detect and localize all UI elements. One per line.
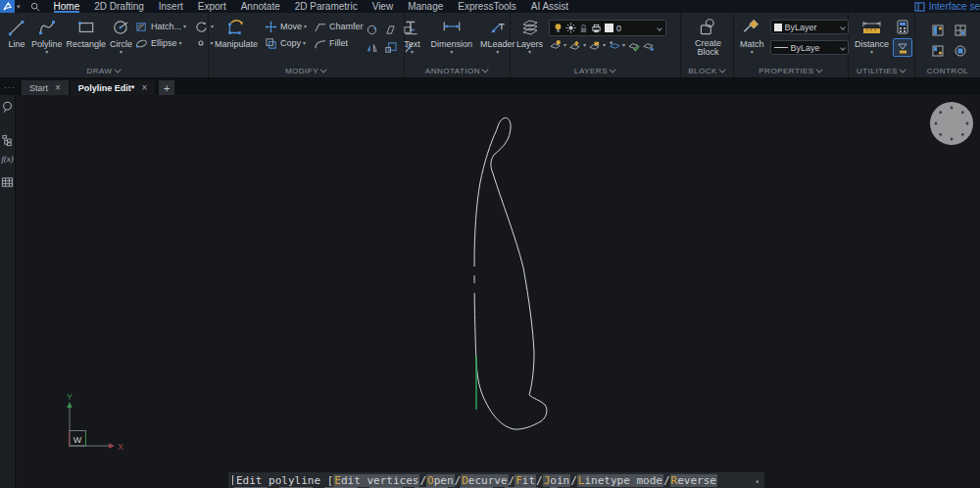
menu-2d-drafting[interactable]: 2D Drafting (94, 0, 144, 13)
assistant-icon[interactable] (1, 100, 14, 114)
search-icon[interactable] (24, 2, 46, 12)
drawing-canvas[interactable]: Y X W Edit polyline [Edit vertices/Open/… (16, 95, 980, 488)
tab-close-icon[interactable]: × (141, 82, 147, 93)
color-select[interactable]: ByLayer (770, 20, 849, 34)
modify-section-footer[interactable]: MODIFY (209, 65, 404, 77)
rectangle-button[interactable]: Rectangle (65, 16, 109, 50)
menu-manage[interactable]: Manage (408, 0, 443, 13)
mirror-icon[interactable] (364, 39, 380, 55)
document-tab-polyline-edit-[interactable]: Polyline Edit*× (71, 80, 155, 95)
command-option-linetype-mode[interactable]: Linetype mode (577, 474, 663, 487)
ellipse-icon[interactable] (134, 36, 149, 50)
circle-dropdown-icon[interactable]: ▾ (120, 50, 122, 55)
match-button[interactable]: Match ▾ (738, 16, 766, 56)
layers-section-footer[interactable]: LAYERS (511, 65, 680, 77)
viewport-config-icon[interactable] (951, 22, 970, 39)
layer-unlock-icon[interactable] (588, 39, 601, 52)
dimension-dropdown-icon[interactable]: ▾ (450, 50, 453, 55)
revision-cloud-icon[interactable] (194, 20, 209, 33)
hatch-dropdown-icon[interactable]: ▾ (183, 24, 186, 29)
ellipse-dropdown-icon[interactable]: ▾ (179, 41, 182, 46)
point-icon[interactable] (194, 36, 209, 50)
dimension-button[interactable]: Dimension ▾ (428, 16, 474, 56)
polyline-dropdown-icon[interactable]: ▾ (45, 50, 48, 55)
layers-dropdown-icon[interactable]: ▾ (528, 50, 531, 55)
interface-settings-button[interactable]: Interface se (914, 1, 980, 12)
bulb-icon[interactable] (554, 23, 563, 33)
panels-bottom-icon[interactable] (928, 42, 948, 60)
circle-button[interactable]: Circle ▾ (108, 16, 134, 56)
command-option-reverse[interactable]: Reverse (670, 474, 717, 487)
layer-new-dropdown-icon[interactable]: ▾ (564, 43, 566, 48)
draw-section-footer[interactable]: DRAW (0, 65, 208, 77)
layer-state-icon[interactable] (627, 39, 640, 52)
match-dropdown-icon[interactable]: ▾ (751, 50, 754, 55)
layer-set-current-icon[interactable] (568, 39, 581, 52)
erase-icon[interactable] (382, 22, 399, 37)
layer-set-current-dropdown-icon[interactable]: ▾ (583, 43, 586, 48)
manipulate-button[interactable]: Manipulate (213, 16, 260, 50)
menu-view[interactable]: View (372, 0, 394, 13)
menu-ai-assist[interactable]: AI Assist (531, 0, 568, 13)
new-tab-button[interactable]: + (159, 80, 174, 95)
command-option-decurve[interactable]: Decurve (461, 474, 508, 487)
command-option-fit[interactable]: Fit (514, 474, 536, 487)
copy-dropdown-icon[interactable]: ▾ (303, 41, 306, 46)
edited-polyline[interactable] (474, 118, 547, 429)
ellipse-button[interactable]: Ellipse (151, 38, 177, 48)
fillet-icon[interactable] (313, 36, 327, 50)
command-history-up-icon[interactable]: ▴ (755, 476, 760, 485)
fields-icon[interactable]: f(x) (1, 154, 14, 164)
mleader-dropdown-icon[interactable]: ▾ (496, 50, 499, 55)
structure-panel-icon[interactable] (1, 133, 14, 147)
document-tab-start[interactable]: Start× (22, 80, 69, 95)
layer-unlock-dropdown-icon[interactable]: ▾ (603, 43, 606, 48)
move-button[interactable]: Move (280, 22, 302, 31)
command-option-open[interactable]: Open (426, 474, 455, 487)
chamfer-icon[interactable] (313, 20, 327, 33)
panels-left-icon[interactable] (928, 22, 948, 39)
menu-annotate[interactable]: Annotate (241, 0, 280, 13)
hatch-button[interactable]: Hatch... (151, 22, 181, 31)
tab-overflow-icon[interactable]: ··· (0, 82, 22, 95)
utilities-section-footer[interactable]: UTILITIES (849, 65, 914, 77)
polyline-button[interactable]: Polyline ▾ (29, 16, 65, 56)
hatch-icon[interactable] (134, 20, 149, 33)
layer-new-icon[interactable] (549, 39, 562, 52)
layer-add-icon[interactable] (642, 39, 655, 52)
scale-icon[interactable] (382, 39, 399, 55)
move-dropdown-icon[interactable]: ▾ (304, 24, 307, 29)
navigation-wheel[interactable] (930, 102, 973, 145)
sun-icon[interactable] (565, 23, 576, 33)
layer-select[interactable]: 0 (549, 20, 666, 36)
lock-icon[interactable] (579, 24, 588, 33)
distance-button[interactable]: Distance ▾ (853, 16, 891, 56)
attribute-grid-icon[interactable] (1, 175, 14, 189)
layers-button[interactable]: Layers ▾ (514, 16, 545, 56)
menu-insert[interactable]: Insert (159, 0, 183, 13)
menu-expresstools[interactable]: ExpressTools (458, 0, 515, 13)
create-block-button[interactable]: CreateBlock (693, 16, 723, 58)
menu-export[interactable]: Export (198, 0, 226, 13)
layer-select-chevron-icon[interactable] (657, 25, 662, 31)
layer-previous-dropdown-icon[interactable]: ▾ (622, 43, 625, 48)
menu-2d-parametric[interactable]: 2D Parametric (295, 0, 358, 13)
properties-section-footer[interactable]: PROPERTIES (734, 65, 848, 77)
rotate-icon[interactable] (364, 22, 380, 37)
control-section-footer[interactable]: CONTROL (915, 65, 980, 77)
line-button[interactable]: Line (4, 16, 29, 50)
app-menu-chevron-icon[interactable]: ▾ (15, 3, 24, 11)
clean-screen-icon[interactable] (951, 42, 970, 60)
command-option-edit-vertices[interactable]: Edit vertices (333, 474, 419, 487)
copy-icon[interactable] (264, 36, 278, 50)
text-button[interactable]: Text ▾ (399, 16, 424, 56)
tab-close-icon[interactable]: × (55, 82, 61, 93)
distance-dropdown-icon[interactable]: ▾ (870, 50, 873, 55)
layer-previous-icon[interactable] (608, 39, 620, 52)
chamfer-button[interactable]: Chamfer (329, 22, 364, 31)
annotation-section-footer[interactable]: ANNOTATION (405, 65, 510, 77)
printer-icon[interactable] (591, 24, 602, 33)
text-dropdown-icon[interactable]: ▾ (411, 50, 414, 55)
copy-button[interactable]: Copy (280, 38, 301, 48)
id-point-tool-active[interactable] (893, 38, 912, 57)
